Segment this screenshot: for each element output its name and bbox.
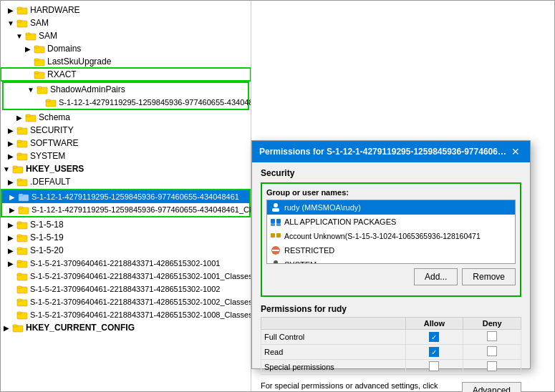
svg-rect-57: [276, 233, 281, 237]
svg-rect-56: [271, 233, 275, 237]
tree-item-rxact[interactable]: ▶ RXACT: [1, 68, 251, 81]
user-item-allapps[interactable]: ALL APPLICATION PACKAGES: [267, 215, 515, 229]
tree-item-s1-5-21-1001[interactable]: ▶ S-1-5-21-3709640461-2218843371-4286515…: [1, 257, 251, 270]
svg-rect-9: [34, 59, 39, 61]
tree-item-system[interactable]: ▶ SYSTEM: [1, 150, 251, 162]
perm-row-read: Read ✓: [261, 345, 521, 360]
tree-item-s1-5-21-1008c[interactable]: ▶ S-1-5-21-3709640461-2218843371-4286515…: [1, 308, 251, 321]
tree-item-hkey-users[interactable]: ▼ HKEY_USERS: [1, 162, 251, 175]
svg-rect-29: [19, 194, 23, 196]
expand-arrow-shadow: ▼: [26, 85, 35, 94]
advanced-button[interactable]: Advanced: [462, 382, 521, 392]
svg-point-60: [274, 260, 278, 264]
tree-item-domains[interactable]: ▶ Domains: [1, 42, 251, 55]
tree-item-lastsku[interactable]: ▶ LastSkuUpgrade: [1, 55, 251, 68]
tree-label-s1-5-21-1001: S-1-5-21-3709640461-2218843371-428651530…: [30, 259, 220, 268]
permissions-table: Allow Deny Full Control ✓: [261, 317, 521, 375]
perm-name-read: Read: [261, 345, 406, 360]
col-header-perm: [261, 318, 406, 330]
expand-arrow-schema: ▶: [15, 113, 24, 122]
tree-item-sid-key[interactable]: ▶ S-1-12-1-4279119295-1259845936-9774606…: [4, 96, 248, 109]
checkbox-fullcontrol-deny[interactable]: [487, 331, 497, 341]
checkbox-special-allow[interactable]: [429, 361, 439, 371]
expand-arrow-s1-5-18: ▶: [6, 220, 15, 229]
tree-item-hardware[interactable]: ▶ HARDWARE: [1, 4, 251, 16]
tree-item-s1-5-18[interactable]: ▶ S-1-5-18: [1, 218, 251, 231]
tree-item-s1-5-21-1002[interactable]: ▶ S-1-5-21-3709640461-2218843371-4286515…: [1, 283, 251, 295]
tree-label-s1-5-21-1008c: S-1-5-21-3709640461-2218843371-428651530…: [30, 310, 251, 319]
tree-label-sam-sub: SAM: [39, 31, 57, 41]
remove-button[interactable]: Remove: [462, 268, 516, 285]
tree-item-security[interactable]: ▶ SECURITY: [1, 124, 251, 137]
tree-item-schema[interactable]: ▶ Schema: [1, 111, 251, 124]
expand-arrow-s1-5-21-1001: ▶: [6, 259, 15, 268]
user-icon-system: [270, 259, 281, 264]
checkbox-read-allow[interactable]: ✓: [429, 347, 439, 357]
folder-icon-security: [16, 124, 28, 136]
folder-icon-s1-12-1-c: [18, 204, 29, 215]
col-header-deny: Deny: [463, 318, 521, 330]
user-item-restricted[interactable]: RESTRICTED: [267, 243, 515, 258]
folder-icon-system: [16, 150, 28, 162]
dialog-footer: For special permissions or advanced sett…: [261, 381, 521, 392]
checkbox-special-deny[interactable]: [487, 361, 497, 371]
svg-rect-17: [26, 114, 30, 117]
perm-deny-read[interactable]: [463, 345, 521, 360]
add-remove-row: Add... Remove: [266, 268, 516, 285]
green-box-shadow: ▼ ShadowAdminPairs ▶ S-1-12-1-4279119295…: [2, 82, 249, 110]
checkbox-fullcontrol-allow[interactable]: ✓: [429, 332, 439, 342]
svg-rect-55: [276, 223, 281, 226]
tree-item-shadowadmin[interactable]: ▼ ShadowAdminPairs: [4, 83, 248, 96]
tree-label-s1-5-21-1002: S-1-5-21-3709640461-2218843371-428651530…: [30, 285, 220, 293]
user-icon-unknown: [270, 230, 281, 242]
perm-allow-read[interactable]: ✓: [405, 345, 463, 360]
user-item-rudy[interactable]: rudy (MMSMOA\rudy): [267, 200, 515, 215]
folder-icon-sid: [45, 97, 57, 108]
svg-rect-43: [17, 286, 21, 288]
tree-item-s1-5-21-1001c[interactable]: ▶ S-1-5-21-3709640461-2218843371-4286515…: [1, 270, 251, 283]
svg-rect-11: [34, 72, 39, 74]
add-button[interactable]: Add...: [414, 268, 458, 285]
tree-item-s1-12-1-sid[interactable]: ▶ S-1-12-1-4279119295-1259845936-9774606…: [2, 190, 249, 203]
svg-rect-45: [17, 299, 21, 301]
svg-rect-1: [17, 7, 21, 9]
svg-rect-39: [17, 260, 21, 263]
tree-item-s1-5-21-1002c[interactable]: ▶ S-1-5-21-3709640461-2218843371-4286515…: [1, 295, 251, 308]
tree-label-software: SOFTWARE: [30, 138, 79, 148]
user-item-system[interactable]: SYSTEM: [267, 258, 515, 264]
tree-item-s1-5-20[interactable]: ▶ S-1-5-20: [1, 244, 251, 257]
dialog-body: Security Group or user names: rudy (MMSM…: [252, 162, 530, 392]
tree-item-sam-sub[interactable]: ▼ SAM: [1, 29, 251, 42]
tree-item-s1-12-1-sid-classes[interactable]: ▶ S-1-12-1-4279119295-1259845936-9774606…: [2, 203, 249, 216]
folder-icon-rxact: [34, 69, 45, 80]
tree-label-system: SYSTEM: [30, 151, 65, 161]
dialog-title: Permissions for S-1-12-1-4279119295-1259…: [259, 147, 508, 157]
col-header-allow: Allow: [405, 318, 463, 330]
tree-item-software[interactable]: ▶ SOFTWARE: [1, 137, 251, 150]
dialog-close-button[interactable]: ✕: [508, 144, 523, 159]
perm-allow-fullcontrol[interactable]: ✓: [405, 330, 463, 345]
tree-item-s1-5-19[interactable]: ▶ S-1-5-19: [1, 231, 251, 244]
user-item-unknown[interactable]: Account Unknown(S-1-15-3-1024-1065365936…: [267, 229, 515, 243]
svg-rect-33: [17, 222, 21, 224]
tree-item-hkey-current[interactable]: ▶ HKEY_CURRENT_CONFIG: [1, 321, 251, 334]
svg-rect-23: [17, 153, 21, 155]
svg-rect-25: [13, 166, 17, 168]
tree-label-s1-5-18: S-1-5-18: [30, 220, 64, 230]
perm-allow-special[interactable]: [405, 360, 463, 375]
tree-item-default[interactable]: ▶ .DEFAULT: [1, 175, 251, 188]
expand-arrow-software: ▶: [6, 139, 15, 147]
checkbox-read-deny[interactable]: [487, 346, 497, 356]
permissions-section: Permissions for rudy Allow Deny Full Con…: [261, 304, 521, 375]
expand-arrow-domains: ▶: [24, 44, 32, 53]
perm-row-special: Special permissions: [261, 360, 521, 375]
perm-deny-special[interactable]: [463, 360, 521, 375]
svg-rect-37: [17, 248, 21, 250]
perm-deny-fullcontrol[interactable]: [463, 330, 521, 345]
tree-item-sam-root[interactable]: ▼ SAM: [1, 16, 251, 29]
tree-label-rxact: RXACT: [47, 69, 77, 79]
perm-name-special: Special permissions: [261, 360, 406, 375]
dialog-titlebar: Permissions for S-1-12-1-4279119295-1259…: [252, 141, 530, 162]
svg-rect-51: [272, 208, 279, 212]
svg-rect-7: [34, 46, 39, 48]
